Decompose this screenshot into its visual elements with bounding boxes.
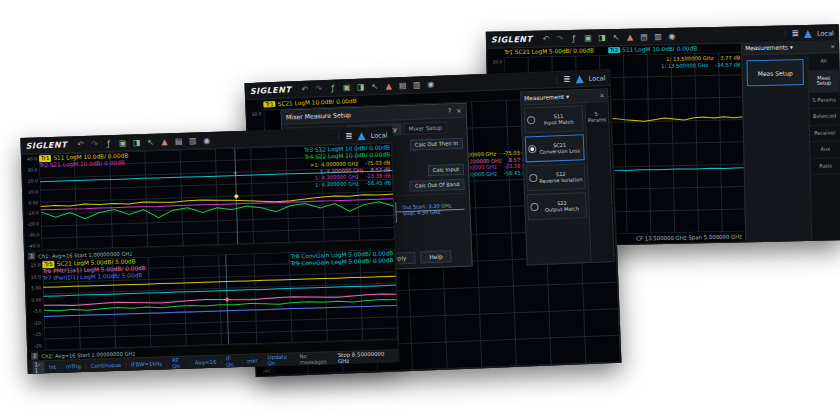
side-tab-aux[interactable]: Aux [810, 141, 840, 158]
status-item[interactable]: IFBW=1kHz [131, 361, 163, 368]
calc-button[interactable]: Calc Out Then In [410, 137, 464, 150]
screenshot-icon[interactable]: ▣ [581, 32, 594, 43]
side-tab-all[interactable]: All [808, 53, 838, 70]
side-tab-meas-setup[interactable]: Meas Setup [809, 70, 839, 93]
menu-icon[interactable]: ≣ [791, 29, 799, 38]
status-item[interactable]: IF On [226, 355, 238, 367]
redo-icon[interactable]: ↷ [553, 33, 566, 44]
s-params-tab[interactable]: S-Params [585, 102, 614, 262]
marker[interactable]: + [233, 170, 238, 176]
status-separator: | [60, 364, 62, 370]
touch-icon[interactable]: ↖ [368, 81, 381, 92]
option-text: SC21Conversion Loss [538, 141, 581, 155]
camera-icon[interactable]: ◉ [665, 31, 678, 42]
undo-icon[interactable]: ↶ [298, 84, 311, 95]
status-item[interactable]: mTrig [66, 363, 81, 369]
preset-icon[interactable]: ƒ [326, 83, 339, 94]
toolbar-icons: ↶↷ƒ▣◨↖▲▤▥◉ [539, 31, 678, 45]
marker[interactable]: ◆ [234, 193, 239, 199]
panel-title: Measurements [745, 44, 788, 51]
local-button[interactable]: Local [370, 131, 387, 140]
undo-icon[interactable]: ↶ [74, 139, 87, 150]
side-tab-receiver[interactable]: Receiver [810, 125, 840, 142]
redo-icon[interactable]: ↷ [312, 83, 325, 94]
caret-down-icon[interactable]: ▾ [566, 94, 569, 100]
dialog-controls: ? × [448, 106, 462, 115]
close-icon[interactable]: × [599, 92, 604, 98]
trace-label-text: Tr2 S21 LogM 10.0dB/ 0.00dB [39, 160, 125, 169]
print-icon[interactable]: ▥ [186, 135, 199, 146]
meas-setup-button[interactable]: Meas Setup [746, 59, 804, 86]
print-icon[interactable]: ▥ [410, 79, 423, 90]
camera-icon[interactable]: ◉ [424, 79, 437, 90]
y-tick-label: 10.0 [487, 59, 502, 64]
trace-label[interactable]: Tr1 SC21 LogM 5.00dB/ 0.00dB [504, 47, 594, 55]
y-tick-label: -30.0 [24, 232, 39, 237]
calc-button[interactable]: Calc Out Of Band [410, 178, 465, 191]
calibration-icon[interactable]: ▲ [623, 32, 636, 43]
y-tick-label: -40.0 [25, 243, 40, 248]
calc-button[interactable]: Calc Input [428, 163, 465, 175]
s-param-option-s22[interactable]: S22Output Match [527, 192, 587, 220]
s-param-option-sc21[interactable]: SC21Conversion Loss [525, 134, 585, 162]
marker-frequency: 1: 13.500000 GHz [661, 62, 708, 69]
status-item[interactable]: Int [49, 364, 56, 370]
header-divider: | [337, 132, 340, 141]
side-tab-s-params[interactable]: S-Params [809, 92, 839, 109]
s-parameter-options: S11Input MatchSC21Conversion LossS12Reve… [522, 103, 591, 264]
side-tab-balanced[interactable]: Balanced [809, 108, 839, 125]
save-icon[interactable]: ▤ [396, 80, 409, 91]
calibration-icon[interactable]: ▲ [158, 136, 171, 147]
screenshot-icon[interactable]: ▣ [340, 82, 353, 93]
trace-chip: Tr1 [39, 155, 52, 162]
touch-icon[interactable]: ↖ [609, 32, 622, 43]
dialog-tab-mixer-setup[interactable]: Mixer Setup [404, 121, 448, 135]
trace-labels-right: Tr3 S12 LogM 10.0dB/ 0.00dBTr4 S22 LogM … [304, 144, 390, 161]
channel1-plot: 40.030.020.010.00.00-10.0-20.0-30.0-40.0… [22, 143, 395, 251]
preset-icon[interactable]: ƒ [567, 33, 580, 44]
measurement-panel: Measurement ▾ × S11Input MatchSC21Conver… [520, 88, 615, 265]
channel-chip: 1 [28, 252, 35, 259]
close-icon[interactable]: × [830, 43, 835, 49]
window-icon[interactable]: ◨ [354, 81, 367, 92]
status-message: No messages [299, 352, 334, 365]
local-button[interactable]: Local [589, 74, 606, 83]
status-item[interactable]: Continuous [91, 362, 122, 369]
print-icon[interactable]: ▥ [651, 31, 664, 42]
marker-value: -56.45 dB [366, 179, 391, 186]
touch-icon[interactable]: ↖ [144, 137, 157, 148]
s-param-option-s12[interactable]: S12Reverse Isolation [526, 163, 586, 191]
menu-icon[interactable]: ≣ [345, 131, 353, 140]
header-right-group: | ≣ Local [337, 130, 387, 141]
screenshot-icon[interactable]: ▣ [116, 137, 129, 148]
undo-icon[interactable]: ↶ [539, 33, 552, 44]
trace-label[interactable]: Tr2S11 LogM 10.0dB/ 0.00dB [608, 45, 697, 53]
save-icon[interactable]: ▤ [172, 136, 185, 147]
y-tick-label: 5.00 [26, 285, 41, 290]
channel-trace-indicator: 1-1 [32, 361, 45, 373]
redo-icon[interactable]: ↷ [88, 138, 101, 149]
status-item[interactable]: mkr [247, 358, 258, 364]
calibration-icon[interactable]: ▲ [382, 80, 395, 91]
option-text: S22Output Match [540, 199, 583, 213]
help-button[interactable]: Help [420, 250, 452, 263]
help-icon[interactable]: ? [448, 107, 452, 115]
local-button[interactable]: Local [817, 29, 834, 37]
camera-icon[interactable]: ◉ [200, 135, 213, 146]
status-item[interactable]: Update On [267, 354, 290, 367]
marker-frequency: 1: 4.300000 GHz [315, 180, 359, 188]
save-icon[interactable]: ▤ [637, 31, 650, 42]
window-icon[interactable]: ◨ [595, 32, 608, 43]
preset-icon[interactable]: ƒ [102, 138, 115, 149]
caret-down-icon[interactable]: ▾ [790, 44, 793, 50]
option-name: Input Match [537, 118, 580, 126]
status-separator: | [220, 359, 222, 365]
s-param-option-s11[interactable]: S11Input Match [524, 105, 584, 133]
window-icon[interactable]: ◨ [130, 137, 143, 148]
close-icon[interactable]: × [456, 106, 462, 114]
status-item[interactable]: Avg=16 [195, 359, 217, 366]
side-tab-ratio[interactable]: Ratio [811, 158, 840, 175]
status-item[interactable]: RF On [172, 357, 185, 369]
menu-icon[interactable]: ≣ [563, 75, 571, 84]
marker[interactable]: ◆ [225, 296, 230, 302]
